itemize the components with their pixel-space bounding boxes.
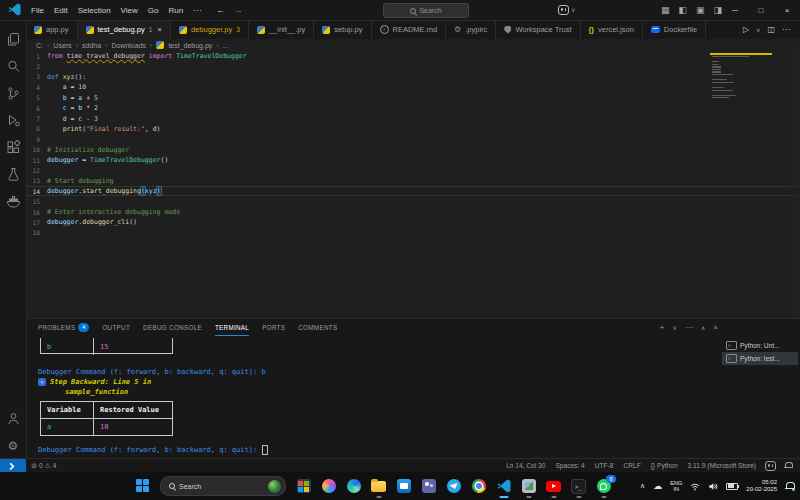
volume-icon[interactable] bbox=[708, 477, 718, 495]
tab-setup-py[interactable]: setup.py bbox=[314, 20, 371, 39]
clock[interactable]: 05:02 20-02-2025 bbox=[746, 479, 777, 493]
edge-browser-icon[interactable] bbox=[346, 479, 361, 494]
problems-status[interactable]: ⊘ 0 ⚠ 4 bbox=[26, 462, 62, 470]
tab-test-debug-py[interactable]: test_debug.py1× bbox=[78, 20, 171, 39]
terminal-output[interactable]: b15Debugger Command (f: forward, b: back… bbox=[38, 338, 718, 457]
more-actions-icon[interactable]: ⋯ bbox=[782, 25, 790, 34]
terminal-instance-python-test[interactable]: >Python: test... bbox=[722, 352, 798, 365]
panel-tab-terminal[interactable]: TERMINAL bbox=[215, 319, 249, 336]
notifications-bell-icon[interactable] bbox=[784, 461, 792, 470]
vscode-taskbar-icon[interactable] bbox=[496, 479, 511, 494]
menu-item-view[interactable]: View bbox=[116, 4, 143, 17]
toggle-sidebar-icon[interactable]: ◧ bbox=[678, 5, 687, 15]
editor-scrollbar[interactable] bbox=[791, 51, 800, 318]
search-view-icon[interactable] bbox=[0, 53, 26, 80]
tab-vercel-json[interactable]: {}vercel.json bbox=[581, 20, 643, 39]
testing-icon[interactable] bbox=[0, 161, 26, 188]
file-explorer-icon[interactable] bbox=[371, 479, 386, 494]
menu-item-go[interactable]: Go bbox=[143, 4, 164, 17]
tab-readme-md[interactable]: iREADME.md bbox=[372, 20, 447, 39]
chrome-icon[interactable] bbox=[471, 479, 486, 494]
outlook-icon[interactable] bbox=[396, 479, 411, 494]
menu-item-selection[interactable]: Selection bbox=[73, 4, 116, 17]
breadcrumb-item-item[interactable]: ... bbox=[223, 42, 229, 49]
copilot-status-icon[interactable] bbox=[765, 461, 776, 471]
toggle-panel-icon[interactable]: ▣ bbox=[696, 5, 705, 15]
menu-item-item[interactable]: ⋯ bbox=[188, 4, 206, 17]
menu-item-run[interactable]: Run bbox=[163, 4, 188, 17]
hidden-icons-chevron[interactable]: ∧ bbox=[640, 482, 645, 490]
docker-view-icon[interactable] bbox=[0, 188, 26, 215]
remote-indicator[interactable] bbox=[0, 459, 26, 472]
status-ln-14-col-30[interactable]: Ln 14, Col 30 bbox=[501, 462, 550, 469]
account-icon[interactable] bbox=[0, 405, 26, 432]
wifi-icon[interactable] bbox=[690, 477, 700, 495]
breadcrumb-item-users[interactable]: Users bbox=[53, 42, 71, 49]
start-button[interactable] bbox=[136, 479, 150, 493]
command-center-search[interactable]: Search bbox=[383, 3, 469, 18]
tab-init-py[interactable]: __init__.py bbox=[249, 20, 314, 39]
photos-app-icon[interactable] bbox=[521, 479, 536, 494]
extensions-icon[interactable] bbox=[0, 134, 26, 161]
new-terminal-icon[interactable]: + bbox=[660, 323, 665, 332]
settings-gear-icon[interactable]: ⚙ bbox=[0, 432, 26, 459]
maximize-panel-icon[interactable]: ∧ bbox=[701, 324, 705, 331]
teams-icon[interactable] bbox=[421, 479, 436, 494]
panel-tab-output[interactable]: OUTPUT bbox=[102, 319, 130, 336]
terminal-dropdown-icon[interactable]: ∨ bbox=[673, 324, 677, 331]
panel-tab-problems[interactable]: PROBLEMS4 bbox=[38, 319, 89, 336]
panel-tab-ports[interactable]: PORTS bbox=[262, 319, 285, 336]
terminal-instance-python-unt[interactable]: >Python: Unt... bbox=[722, 339, 798, 352]
minimap[interactable] bbox=[712, 56, 768, 102]
notification-center-icon[interactable] bbox=[785, 481, 794, 491]
panel-tab-debug-console[interactable]: DEBUG CONSOLE bbox=[143, 319, 202, 336]
close-button[interactable]: × bbox=[774, 0, 800, 20]
menu-item-edit[interactable]: Edit bbox=[49, 4, 73, 17]
language-indicator[interactable]: ENG IN bbox=[670, 480, 682, 492]
explorer-icon[interactable] bbox=[0, 26, 26, 53]
close-panel-icon[interactable]: × bbox=[713, 323, 718, 332]
status-3-11-9-microsoft-store[interactable]: 3.11.9 (Microsoft Store) bbox=[683, 462, 761, 469]
status-crlf[interactable]: CRLF bbox=[618, 462, 645, 469]
battery-icon[interactable] bbox=[726, 483, 738, 490]
line-number: 2 bbox=[26, 63, 47, 70]
run-dropdown-icon[interactable]: ∨ bbox=[756, 26, 760, 33]
whatsapp-icon[interactable]: 8 bbox=[596, 479, 611, 494]
close-icon[interactable]: × bbox=[157, 25, 162, 34]
microsoft-store-icon[interactable] bbox=[296, 479, 311, 494]
run-debug-icon[interactable] bbox=[0, 107, 26, 134]
tab-app-py[interactable]: app.py bbox=[26, 20, 78, 39]
back-icon[interactable]: ← bbox=[216, 5, 225, 15]
status-python[interactable]: {}Python bbox=[646, 462, 683, 469]
tab-workspace-trust[interactable]: Workspace Trust bbox=[496, 20, 580, 39]
breadcrumb-item-c[interactable]: C: bbox=[36, 42, 43, 49]
onedrive-icon[interactable]: ☁ bbox=[653, 481, 662, 491]
split-editor-icon[interactable]: ◫ bbox=[767, 25, 775, 34]
telegram-icon[interactable] bbox=[446, 479, 461, 494]
maximize-button[interactable]: □ bbox=[748, 0, 774, 20]
minimize-button[interactable]: ─ bbox=[722, 0, 748, 20]
youtube-icon[interactable] bbox=[546, 479, 561, 494]
customize-layout-icon[interactable]: ▦ bbox=[661, 5, 670, 15]
code-editor[interactable]: 1from time_travel_debugger import TimeTr… bbox=[26, 51, 800, 318]
copilot-app-icon[interactable] bbox=[321, 479, 336, 494]
copilot-button[interactable]: ∨ bbox=[558, 3, 575, 16]
tab-debugger-py[interactable]: debugger.py3 bbox=[171, 20, 249, 39]
breadcrumb-item-downloads[interactable]: Downloads bbox=[111, 42, 146, 49]
tab-pypirc[interactable]: ⚙.pypirc bbox=[446, 20, 496, 39]
run-python-file-button[interactable]: ▷ bbox=[743, 25, 749, 34]
terminal-app-icon[interactable]: >_ bbox=[571, 479, 586, 494]
forward-icon[interactable]: → bbox=[234, 5, 243, 15]
toggle-secondary-sidebar-icon[interactable]: ◨ bbox=[713, 5, 722, 15]
menu-item-file[interactable]: File bbox=[26, 4, 49, 17]
source-control-icon[interactable] bbox=[0, 80, 26, 107]
status-spaces-4[interactable]: Spaces: 4 bbox=[550, 462, 589, 469]
panel-more-icon[interactable]: ⋯ bbox=[685, 323, 693, 332]
tab-dockerfile[interactable]: Dockerfile bbox=[643, 20, 706, 39]
status-utf-8[interactable]: UTF-8 bbox=[590, 462, 619, 469]
panel-tab-comments[interactable]: COMMENTS bbox=[298, 319, 337, 336]
breadcrumb-item-sddha[interactable]: sddha bbox=[82, 42, 101, 49]
breadcrumb-item-test-debug-py[interactable]: test_debug.py bbox=[168, 42, 212, 49]
python-file-icon bbox=[179, 26, 187, 34]
taskbar-search[interactable]: Search bbox=[160, 476, 286, 496]
